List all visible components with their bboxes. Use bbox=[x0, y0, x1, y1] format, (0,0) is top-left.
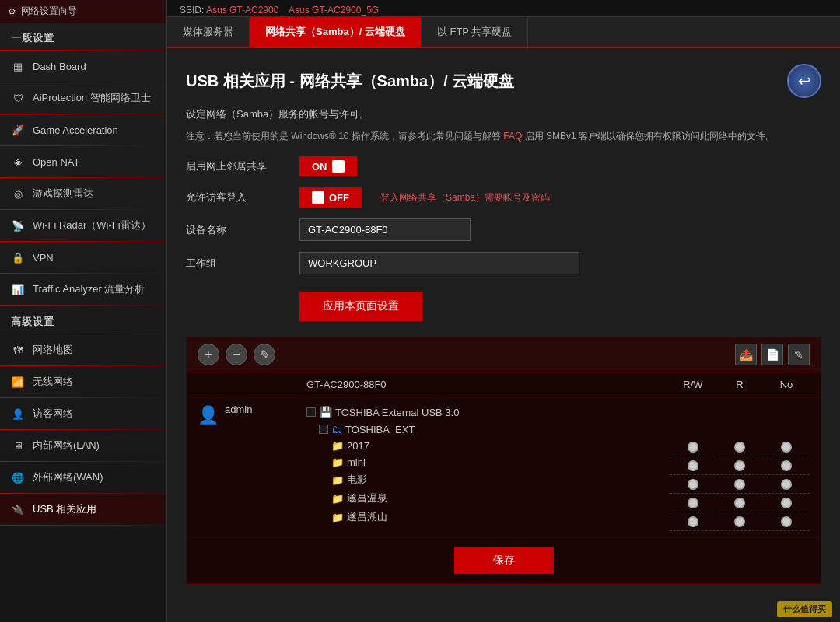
toshiba-ext-checkbox[interactable] bbox=[319, 425, 328, 434]
radio-mini-no[interactable] bbox=[763, 460, 810, 471]
ssid1-link[interactable]: Asus GT-AC2900 bbox=[206, 5, 278, 16]
wan-icon: 🌐 bbox=[11, 470, 25, 484]
divider-4 bbox=[0, 177, 166, 178]
sidebar-item-wifi-radar[interactable]: 📡 Wi-Fi Radar（Wi-Fi雷达） bbox=[0, 211, 166, 239]
radio-movies-r[interactable] bbox=[716, 479, 763, 490]
radio-springs-rw[interactable] bbox=[670, 498, 716, 508]
file-panel-actions: + − ✎ bbox=[198, 344, 275, 365]
document-button[interactable]: 📄 bbox=[761, 344, 783, 365]
tab-ftp[interactable]: 以 FTP 共享硬盘 bbox=[422, 17, 529, 47]
sidebar-item-game-acceleration[interactable]: 🚀 Game Acceleration bbox=[0, 116, 166, 144]
tab-samba[interactable]: 网络共享（Samba）/ 云端硬盘 bbox=[250, 17, 422, 47]
user-avatar-icon: 👤 bbox=[198, 405, 219, 425]
page-header: USB 相关应用 - 网络共享（Samba）/ 云端硬盘 ↩ bbox=[186, 64, 821, 98]
faq-link[interactable]: FAQ bbox=[503, 131, 522, 142]
enable-sharing-toggle[interactable]: ON bbox=[299, 156, 357, 176]
network-setup-icon: ⚙ bbox=[8, 6, 16, 17]
sidebar-item-label: 外部网络(WAN) bbox=[33, 470, 103, 484]
ssid2-link[interactable]: Asus GT-AC2900_5G bbox=[289, 5, 379, 16]
divider-advanced bbox=[0, 334, 166, 334]
folder-label-2017: 2017 bbox=[347, 440, 369, 452]
allow-guest-toggle[interactable]: OFF bbox=[299, 187, 362, 208]
radio-columns bbox=[670, 404, 810, 531]
back-button[interactable]: ↩ bbox=[787, 64, 821, 98]
radio-mini-r[interactable] bbox=[716, 460, 763, 471]
enable-sharing-row: 启用网上邻居共享 ON bbox=[186, 156, 821, 176]
edit-share-button[interactable]: ✎ bbox=[254, 344, 275, 365]
apply-button[interactable]: 应用本页面设置 bbox=[299, 292, 422, 321]
page-subtitle: 设定网络（Samba）服务的帐号与许可。 bbox=[186, 107, 821, 121]
sidebar-item-lan[interactable]: 🖥 内部网络(LAN) bbox=[0, 432, 166, 460]
tree-item-suichang-springs: 📁 遂昌温泉 bbox=[306, 489, 670, 508]
sidebar: ⚙ 网络设置向导 一般设置 ▦ Dash Board 🛡 AiProtectio… bbox=[0, 0, 167, 622]
share-tree: 💾 TOSHIBA External USB 3.0 🗂 TOSHIBA_EXT bbox=[306, 404, 670, 526]
radio-springs-r[interactable] bbox=[716, 498, 763, 508]
save-row: 保存 bbox=[187, 538, 821, 583]
radio-movies-no[interactable] bbox=[763, 479, 810, 490]
drive-checkbox[interactable] bbox=[306, 407, 316, 417]
enable-sharing-label: 启用网上邻居共享 bbox=[186, 159, 287, 173]
user-col: 👤 admin bbox=[198, 404, 306, 425]
rocket-icon: 🚀 bbox=[11, 123, 25, 137]
toshiba-ext-icon: 🗂 bbox=[331, 423, 342, 435]
sidebar-item-guest[interactable]: 👤 访客网络 bbox=[0, 400, 166, 428]
sidebar-item-wan[interactable]: 🌐 外部网络(WAN) bbox=[0, 463, 166, 491]
device-name-input[interactable] bbox=[299, 218, 471, 241]
header-r: R bbox=[716, 379, 763, 390]
header-share: GT-AC2900-88F0 bbox=[306, 379, 670, 390]
folder-label-springs: 遂昌温泉 bbox=[347, 491, 387, 505]
folder-icon-mountain: 📁 bbox=[331, 512, 344, 523]
divider-a6 bbox=[0, 525, 166, 526]
sidebar-item-traffic[interactable]: 📊 Traffic Analyzer 流量分析 bbox=[0, 275, 166, 303]
radio-2017-no[interactable] bbox=[763, 442, 810, 453]
sidebar-top-item[interactable]: ⚙ 网络设置向导 bbox=[0, 0, 166, 23]
watermark: 什么值得买 bbox=[777, 601, 832, 617]
divider-6 bbox=[0, 241, 166, 242]
sidebar-item-open-nat[interactable]: ◈ Open NAT bbox=[0, 148, 166, 176]
radio-mountain-no[interactable] bbox=[763, 516, 810, 527]
radio-2017-rw[interactable] bbox=[670, 442, 716, 453]
add-share-button[interactable]: + bbox=[198, 344, 219, 365]
remove-share-button[interactable]: − bbox=[226, 344, 247, 365]
divider-a2 bbox=[0, 397, 166, 398]
radio-mountain-r[interactable] bbox=[716, 516, 763, 527]
sidebar-item-label: Game Acceleration bbox=[33, 124, 118, 136]
radio-2017-r[interactable] bbox=[716, 442, 763, 453]
workgroup-row: 工作组 bbox=[186, 252, 821, 274]
sidebar-item-vpn[interactable]: 🔒 VPN bbox=[0, 243, 166, 271]
tree-item-mini: 📁 mini bbox=[306, 454, 670, 470]
general-section-title: 一般设置 bbox=[0, 23, 166, 48]
folder-icon-mini: 📁 bbox=[331, 456, 344, 468]
divider-a1 bbox=[0, 365, 166, 366]
table-header: GT-AC2900-88F0 R/W R No bbox=[187, 372, 821, 397]
drive-icon: 💾 bbox=[319, 406, 332, 418]
save-button[interactable]: 保存 bbox=[454, 547, 554, 574]
sidebar-item-aiprotection[interactable]: 🛡 AiProtection 智能网络卫士 bbox=[0, 84, 166, 112]
tab-media-server[interactable]: 媒体服务器 bbox=[167, 17, 250, 47]
ssid-label: SSID: bbox=[180, 5, 206, 16]
sidebar-item-wireless[interactable]: 📶 无线网络 bbox=[0, 368, 166, 396]
table-row: 👤 admin 💾 TOSHIBA External USB 3.0 🗂 bbox=[187, 397, 821, 538]
vpn-icon: 🔒 bbox=[11, 250, 25, 264]
header-rw: R/W bbox=[670, 379, 716, 390]
wifi-radar-icon: 📡 bbox=[11, 218, 25, 232]
allow-guest-row: 允许访客登入 OFF 登入网络共享（Samba）需要帐号及密码 bbox=[186, 187, 821, 208]
radio-mini-rw[interactable] bbox=[670, 460, 716, 471]
radio-springs-no[interactable] bbox=[763, 498, 810, 508]
sidebar-item-dashboard[interactable]: ▦ Dash Board bbox=[0, 52, 166, 80]
divider-general bbox=[0, 50, 166, 51]
radio-mountain-rw[interactable] bbox=[670, 516, 716, 527]
sidebar-item-game-radar[interactable]: ◎ 游戏探测雷达 bbox=[0, 180, 166, 208]
sidebar-item-label: Wi-Fi Radar（Wi-Fi雷达） bbox=[33, 218, 151, 232]
workgroup-label: 工作组 bbox=[186, 257, 287, 271]
workgroup-input[interactable] bbox=[299, 252, 579, 274]
settings-button[interactable]: ✎ bbox=[788, 344, 810, 365]
export-button[interactable]: 📤 bbox=[735, 344, 757, 365]
sidebar-item-usb[interactable]: 🔌 USB 相关应用 bbox=[0, 495, 166, 523]
header-no: No bbox=[763, 379, 810, 390]
lan-icon: 🖥 bbox=[11, 439, 25, 453]
radio-movies-rw[interactable] bbox=[670, 479, 716, 490]
file-panel: + − ✎ 📤 📄 ✎ GT-AC2900-88F0 R/W R No bbox=[186, 337, 821, 584]
sidebar-item-netmap[interactable]: 🗺 网络地图 bbox=[0, 336, 166, 364]
username: admin bbox=[225, 404, 252, 415]
